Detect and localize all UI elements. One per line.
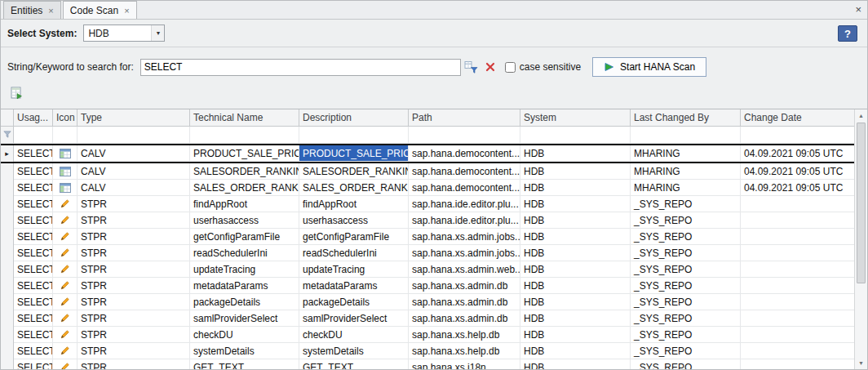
cell-change_date[interactable] — [741, 359, 855, 369]
help-button[interactable]: ? — [838, 25, 857, 42]
cell-usage[interactable]: SELECT — [14, 245, 53, 261]
cell-change_date[interactable]: 04.09.2021 09:05 UTC — [741, 163, 855, 180]
cell-icon[interactable] — [53, 278, 78, 294]
cell-last_changed_by[interactable]: _SYS_REPO — [631, 278, 741, 294]
cell-last_changed_by[interactable]: _SYS_REPO — [631, 245, 741, 261]
cell-type[interactable]: STPR — [78, 261, 190, 278]
cell-system[interactable]: HDB — [520, 343, 631, 359]
cell-last_changed_by[interactable]: MHARING — [631, 180, 741, 196]
cell-last_changed_by[interactable]: _SYS_REPO — [631, 359, 741, 369]
cell-type[interactable]: STPR — [78, 310, 190, 327]
scroll-track[interactable] — [855, 284, 867, 357]
cell-path[interactable]: sap.hana.ide.editor.plu... — [409, 212, 520, 229]
tab-entities[interactable]: Entities × — [3, 1, 61, 19]
cell-description[interactable]: PRODUCT_SALE_PRICE — [299, 145, 409, 162]
cell-change_date[interactable] — [741, 327, 855, 343]
cell-change_date[interactable] — [741, 261, 855, 278]
cell-change_date[interactable] — [741, 278, 855, 294]
cell-system[interactable]: HDB — [520, 229, 631, 245]
cell-change_date[interactable] — [741, 196, 855, 212]
cell-description[interactable]: SALESORDER_RANKING... — [299, 163, 409, 180]
cell-usage[interactable]: SELECT — [14, 327, 53, 343]
column-header-system[interactable]: System — [520, 109, 631, 126]
cell-technical_name[interactable]: packageDetails — [190, 294, 299, 310]
filter-cell-path[interactable] — [409, 127, 520, 143]
cell-description[interactable]: findAppRoot — [299, 196, 409, 212]
cell-path[interactable]: sap.hana.democontent.... — [409, 163, 520, 180]
table-row[interactable]: SELECTSTPRpackageDetailspackageDetailssa… — [1, 294, 867, 310]
cell-icon[interactable] — [53, 212, 78, 229]
cell-technical_name[interactable]: getConfigParamFile — [190, 229, 299, 245]
cell-system[interactable]: HDB — [520, 327, 631, 343]
filter-cell-technical_name[interactable] — [190, 127, 299, 143]
cell-description[interactable]: userhasaccess — [299, 212, 409, 229]
cell-usage[interactable]: SELECT — [14, 180, 53, 196]
cell-icon[interactable] — [53, 327, 78, 343]
table-row[interactable]: SELECTSTPRsamlProviderSelectsamlProvider… — [1, 310, 867, 327]
cell-change_date[interactable]: 04.09.2021 09:05 UTC — [741, 145, 855, 162]
cell-system[interactable]: HDB — [520, 261, 631, 278]
filter-cell-description[interactable] — [299, 127, 409, 143]
cell-system[interactable]: HDB — [520, 294, 631, 310]
cell-path[interactable]: sap.hana.xs.help.db — [409, 343, 520, 359]
column-header-technical_name[interactable]: Technical Name — [190, 109, 299, 126]
cell-last_changed_by[interactable]: _SYS_REPO — [631, 343, 741, 359]
table-row[interactable]: SELECTCALVSALES_ORDER_RANKIN...SALES_ORD… — [1, 180, 867, 196]
cell-system[interactable]: HDB — [520, 180, 631, 196]
cell-description[interactable]: readSchedulerIni — [299, 245, 409, 261]
cell-system[interactable]: HDB — [520, 359, 631, 369]
cell-last_changed_by[interactable]: MHARING — [631, 163, 741, 180]
cell-path[interactable]: sap.hana.xs.admin.db — [409, 278, 520, 294]
cell-system[interactable]: HDB — [520, 163, 631, 180]
cell-last_changed_by[interactable]: _SYS_REPO — [631, 327, 741, 343]
cell-usage[interactable]: SELECT — [14, 163, 53, 180]
cell-last_changed_by[interactable]: _SYS_REPO — [631, 310, 741, 327]
cell-last_changed_by[interactable]: _SYS_REPO — [631, 229, 741, 245]
cell-icon[interactable] — [53, 359, 78, 369]
cell-type[interactable]: STPR — [78, 196, 190, 212]
scroll-up-icon[interactable]: ▲ — [855, 109, 867, 122]
cell-usage[interactable]: SELECT — [14, 261, 53, 278]
table-row[interactable]: SELECTSTPRupdateTracingupdateTracingsap.… — [1, 261, 867, 278]
table-row[interactable]: SELECTSTPRGET_TEXTGET_TEXTsap.hana.xs.i1… — [1, 359, 867, 369]
clear-filter-icon[interactable] — [482, 59, 498, 75]
cell-change_date[interactable]: 04.09.2021 09:05 UTC — [741, 180, 855, 196]
filter-cell-type[interactable] — [78, 127, 190, 143]
cell-usage[interactable]: SELECT — [14, 343, 53, 359]
filter-cell-icon[interactable] — [53, 127, 78, 143]
cell-description[interactable]: samlProviderSelect — [299, 310, 409, 327]
cell-icon[interactable] — [53, 245, 78, 261]
filter-editor-icon[interactable] — [463, 59, 480, 75]
cell-technical_name[interactable]: SALES_ORDER_RANKIN... — [190, 180, 299, 196]
scroll-down-icon[interactable]: ▼ — [855, 357, 867, 369]
system-select[interactable]: HDB ▼ — [83, 25, 165, 42]
cell-usage[interactable]: SELECT — [14, 229, 53, 245]
cell-usage[interactable]: SELECT — [14, 294, 53, 310]
filter-cell-usage[interactable] — [14, 127, 53, 143]
cell-type[interactable]: CALV — [78, 145, 190, 162]
table-row[interactable]: SELECTSTPRgetConfigParamFilegetConfigPar… — [1, 229, 867, 245]
vertical-scrollbar[interactable]: ▲ ▼ — [854, 109, 867, 369]
cell-usage[interactable]: SELECT — [14, 212, 53, 229]
cell-icon[interactable] — [53, 229, 78, 245]
column-header-last_changed_by[interactable]: Last Changed By — [631, 109, 741, 126]
column-header-change_date[interactable]: Change Date — [741, 109, 855, 126]
table-row[interactable]: ▸SELECTCALVPRODUCT_SALE_PRICEPRODUCT_SAL… — [1, 144, 867, 163]
tab-code-scan[interactable]: Code Scan × — [63, 1, 137, 19]
cell-description[interactable]: systemDetails — [299, 343, 409, 359]
cell-last_changed_by[interactable]: _SYS_REPO — [631, 294, 741, 310]
scroll-thumb[interactable] — [857, 123, 866, 283]
cell-icon[interactable] — [53, 180, 78, 196]
tab-close-icon[interactable]: × — [48, 7, 53, 15]
cell-usage[interactable]: SELECT — [14, 310, 53, 327]
cell-icon[interactable] — [53, 163, 78, 180]
column-header-usage[interactable]: Usag... — [14, 109, 53, 126]
cell-technical_name[interactable]: systemDetails — [190, 343, 299, 359]
cell-usage[interactable]: SELECT — [14, 359, 53, 369]
cell-type[interactable]: STPR — [78, 294, 190, 310]
cell-path[interactable]: sap.hana.democontent.... — [409, 180, 520, 196]
cell-path[interactable]: sap.hana.xs.admin.db — [409, 310, 520, 327]
cell-technical_name[interactable]: updateTracing — [190, 261, 299, 278]
cell-path[interactable]: sap.hana.xs.admin.db — [409, 294, 520, 310]
cell-type[interactable]: STPR — [78, 212, 190, 229]
